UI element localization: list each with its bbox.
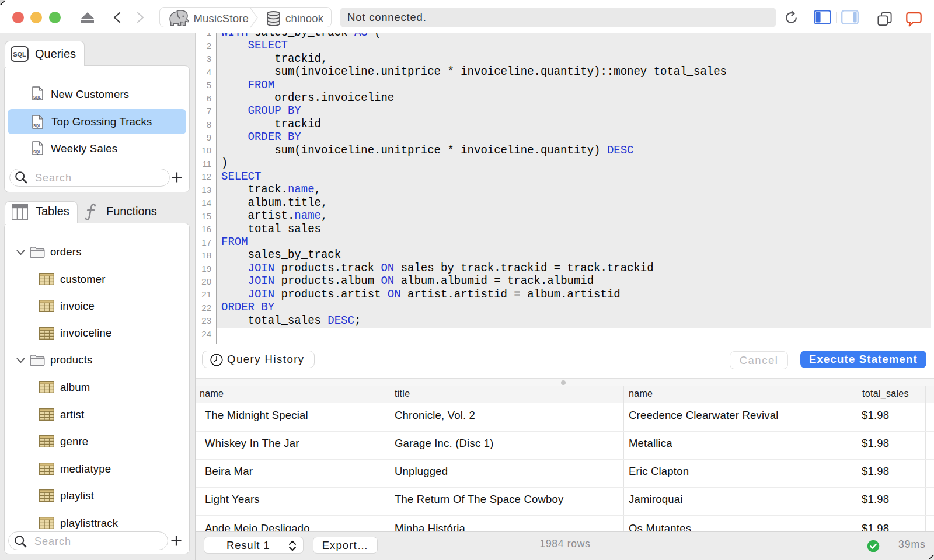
svg-text:SQL: SQL xyxy=(33,150,41,155)
svg-text:SQL: SQL xyxy=(33,95,41,100)
svg-text:SQL: SQL xyxy=(33,123,41,128)
svg-text:SQL: SQL xyxy=(13,51,26,58)
